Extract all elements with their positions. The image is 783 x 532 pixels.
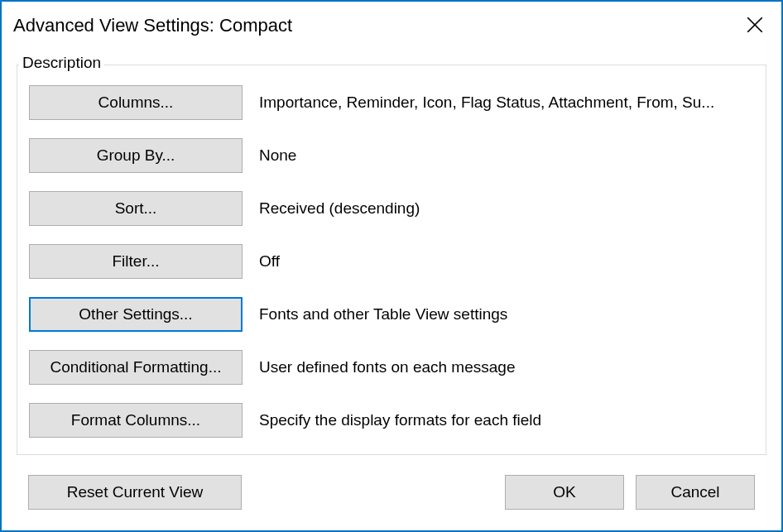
titlebar: Advanced View Settings: Compact <box>2 2 781 48</box>
row-other-settings: Other Settings... Fonts and other Table … <box>29 297 754 332</box>
other-settings-description: Fonts and other Table View settings <box>259 305 754 324</box>
description-fieldset: Description Columns... Importance, Remin… <box>17 65 766 455</box>
row-groupby: Group By... None <box>29 138 754 173</box>
groupby-button[interactable]: Group By... <box>29 138 243 173</box>
reset-view-button[interactable]: Reset Current View <box>28 475 242 510</box>
row-filter: Filter... Off <box>29 244 754 279</box>
conditional-formatting-description: User defined fonts on each message <box>259 358 754 376</box>
dialog-window: Advanced View Settings: Compact Descript… <box>0 0 783 532</box>
dialog-footer: Reset Current View OK Cancel <box>17 475 766 510</box>
row-sort: Sort... Received (descending) <box>29 191 754 226</box>
close-icon <box>747 17 763 33</box>
columns-description: Importance, Reminder, Icon, Flag Status,… <box>259 93 754 112</box>
other-settings-button[interactable]: Other Settings... <box>29 297 243 332</box>
row-format-columns: Format Columns... Specify the display fo… <box>29 403 754 438</box>
filter-button[interactable]: Filter... <box>29 244 243 279</box>
groupby-description: None <box>259 146 754 165</box>
sort-button[interactable]: Sort... <box>29 191 243 226</box>
row-columns: Columns... Importance, Reminder, Icon, F… <box>29 85 754 120</box>
footer-right: OK Cancel <box>505 475 755 510</box>
format-columns-button[interactable]: Format Columns... <box>29 403 243 438</box>
window-title: Advanced View Settings: Compact <box>13 8 292 36</box>
conditional-formatting-button[interactable]: Conditional Formatting... <box>29 350 243 385</box>
close-button[interactable] <box>735 8 775 41</box>
filter-description: Off <box>259 252 754 271</box>
dialog-content: Description Columns... Importance, Remin… <box>2 48 781 530</box>
ok-button[interactable]: OK <box>505 475 624 510</box>
footer-left: Reset Current View <box>28 475 242 510</box>
format-columns-description: Specify the display formats for each fie… <box>259 411 754 429</box>
columns-button[interactable]: Columns... <box>29 85 243 120</box>
fieldset-legend: Description <box>19 54 104 72</box>
cancel-button[interactable]: Cancel <box>636 475 755 510</box>
row-conditional-formatting: Conditional Formatting... User defined f… <box>29 350 754 385</box>
sort-description: Received (descending) <box>259 199 754 218</box>
